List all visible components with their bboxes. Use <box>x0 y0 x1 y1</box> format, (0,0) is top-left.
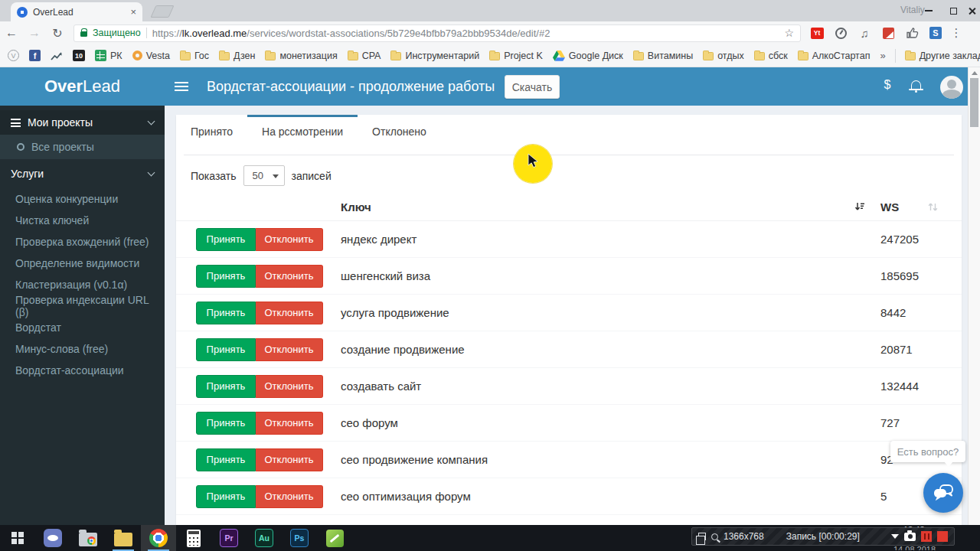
secure-label[interactable]: Защищено <box>93 28 141 38</box>
bookmark-folder[interactable]: Project K <box>489 51 543 61</box>
bookmark-folder[interactable]: отдых <box>703 51 744 61</box>
reject-button[interactable]: Отклонить <box>256 302 323 324</box>
accept-button[interactable]: Принять <box>196 265 256 288</box>
recorder-zoom-icon[interactable] <box>711 533 718 540</box>
notifications-bell-icon[interactable] <box>911 80 921 89</box>
sidebar-item-minus-words[interactable]: Минус-слова (free) <box>0 338 165 360</box>
recorder-dropdown-icon[interactable] <box>891 534 899 539</box>
sidebar-item-wordstat-associations[interactable]: Вордстат-ассоциации <box>0 360 165 381</box>
sidebar-group-services[interactable]: Услуги <box>0 159 165 188</box>
balance-dollar-icon[interactable]: $ <box>882 78 893 92</box>
tab-under-review[interactable]: На рссмотрении <box>247 115 358 145</box>
other-bookmarks-button[interactable]: Другие закладки <box>905 51 980 61</box>
bookmark-folder[interactable]: CPA <box>348 51 381 61</box>
sidebar-item-key-cleaning[interactable]: Чистка ключей <box>0 210 165 231</box>
sidebar-toggle-icon[interactable] <box>175 82 188 91</box>
accept-button[interactable]: Принять <box>196 412 256 435</box>
page-size-select[interactable]: 50 <box>243 165 285 186</box>
tab-accepted[interactable]: Принято <box>176 115 247 145</box>
bookmark-folder[interactable]: Витамины <box>633 51 693 61</box>
bookmark-star-icon[interactable]: ☆ <box>784 27 794 39</box>
bookmark-10[interactable]: 10 <box>73 50 85 61</box>
accept-button[interactable]: Принять <box>196 338 256 361</box>
taskbar-discord[interactable] <box>35 525 70 551</box>
address-bar[interactable]: Защищено https://lk.overlead.me/services… <box>74 24 801 42</box>
bookmark-folder[interactable]: Инструментарий <box>390 51 479 61</box>
scroll-up-icon[interactable] <box>972 71 978 75</box>
sidebar-item-all-projects[interactable]: Все проекты <box>0 135 165 159</box>
download-button[interactable]: Скачать <box>505 75 560 99</box>
reload-button[interactable]: ↻ <box>46 26 69 41</box>
bookmark-folder[interactable]: монетизация <box>265 51 337 61</box>
chart-extension-button[interactable] <box>880 24 897 41</box>
recorder-stop-button[interactable] <box>937 531 948 542</box>
taskbar-photoshop[interactable]: Ps <box>282 525 317 551</box>
reject-button[interactable]: Отклонить <box>256 412 323 435</box>
taskbar-audition[interactable]: Au <box>247 525 282 551</box>
reject-button[interactable]: Отклонить <box>256 448 323 471</box>
bookmarks-overflow-button[interactable]: » <box>880 50 885 61</box>
bookmark-chart[interactable] <box>51 51 63 61</box>
sidebar-item-competition[interactable]: Оценка конкуренции <box>0 188 165 210</box>
reject-button[interactable]: Отклонить <box>256 265 323 288</box>
recorder-pause-button[interactable] <box>921 531 932 542</box>
tab-close-icon[interactable]: × <box>130 7 136 17</box>
reject-button[interactable]: Отклонить <box>256 228 323 251</box>
recorder-camera-icon[interactable] <box>904 533 916 541</box>
reject-button[interactable]: Отклонить <box>256 375 323 398</box>
thumbs-extension-button[interactable] <box>903 24 920 41</box>
bookmark-rk[interactable]: РК <box>95 50 122 61</box>
bookmark-gdrive[interactable]: Google Диск <box>553 51 623 61</box>
taskbar-video-editor[interactable] <box>317 525 352 551</box>
key-column-header[interactable]: Ключ <box>323 201 880 214</box>
accept-button[interactable]: Принять <box>196 485 256 508</box>
reject-button[interactable]: Отклонить <box>256 485 323 508</box>
window-close-button[interactable] <box>962 3 980 18</box>
ws-column-header[interactable]: WS <box>880 201 962 214</box>
sidebar-item-url-indexing[interactable]: Проверка индексации URL (β) <box>0 295 165 317</box>
sidebar-group-projects[interactable]: Мои проекты <box>0 110 165 135</box>
bookmark-facebook[interactable]: f <box>29 50 41 61</box>
reject-button[interactable]: Отклонить <box>256 338 323 361</box>
user-avatar[interactable] <box>940 76 963 99</box>
bookmark-folder[interactable]: Дзен <box>219 51 255 61</box>
bookmark-folder[interactable]: Гос <box>180 51 209 61</box>
bookmark-vesta[interactable]: Vesta <box>132 51 170 61</box>
sort-both-icon[interactable] <box>928 201 938 213</box>
recorder-window-icon[interactable] <box>698 533 706 540</box>
youtube-extension-button[interactable]: Yt <box>808 24 825 41</box>
start-button[interactable] <box>0 525 35 551</box>
taskbar-chrome[interactable] <box>141 525 176 551</box>
tab-rejected[interactable]: Отклонено <box>358 115 441 145</box>
bookmark-v[interactable]: V <box>8 50 19 61</box>
scrollbar-thumb[interactable] <box>970 78 978 127</box>
url-text[interactable]: https://lk.overlead.me/services/wordstat… <box>152 28 779 39</box>
new-tab-button[interactable] <box>150 5 174 18</box>
taskbar-chrome-folder[interactable] <box>70 525 106 551</box>
sort-desc-icon[interactable] <box>854 201 866 213</box>
window-minimize-button[interactable] <box>919 3 939 18</box>
back-button[interactable]: ← <box>0 26 23 40</box>
sidebar-item-clustering[interactable]: Кластеризация (v0.1α) <box>0 274 165 295</box>
bookmark-folder[interactable]: АлкоСтартап <box>798 51 871 61</box>
chrome-menu-button[interactable]: ⋮ <box>949 26 964 40</box>
overlead-logo[interactable]: OverLead <box>0 67 165 106</box>
forward-button[interactable]: → <box>23 26 46 40</box>
taskbar-explorer[interactable] <box>106 525 141 551</box>
page-scrollbar[interactable] <box>968 67 980 525</box>
sidebar-item-wordstat[interactable]: Вордстат <box>0 317 165 338</box>
chat-button[interactable] <box>923 473 963 513</box>
browser-tab[interactable]: OverLead × <box>11 2 142 21</box>
window-restore-button[interactable] <box>943 3 963 18</box>
accept-button[interactable]: Принять <box>196 375 256 398</box>
accept-button[interactable]: Принять <box>196 302 256 324</box>
taskbar-premiere[interactable]: Pr <box>211 525 247 551</box>
bookmark-folder[interactable]: сбск <box>754 51 788 61</box>
accept-button[interactable]: Принять <box>196 448 256 471</box>
accept-button[interactable]: Принять <box>196 228 256 251</box>
sidebar-item-occurrence-check[interactable]: Проверка вхождений (free) <box>0 231 165 253</box>
music-extension-button[interactable]: ♫ <box>856 24 873 41</box>
taskbar-calculator[interactable] <box>176 525 211 551</box>
speed-extension-button[interactable] <box>832 24 849 41</box>
s-extension-button[interactable]: S <box>927 24 944 41</box>
